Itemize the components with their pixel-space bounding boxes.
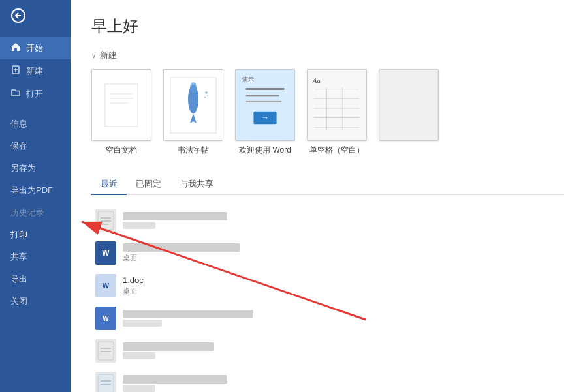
sidebar-item-new-label: 新建 — [26, 65, 43, 77]
tab-pinned[interactable]: 已固定 — [127, 174, 170, 195]
sidebar-item-print-label: 打印 — [10, 229, 27, 241]
file-name-blurred — [123, 212, 227, 220]
svg-rect-33 — [98, 211, 114, 230]
sidebar-item-saveas-label: 另存为 — [10, 162, 36, 174]
file-path-blurred — [123, 352, 155, 359]
blank-thumb — [91, 69, 151, 141]
calli-thumb — [163, 69, 223, 141]
file-name-blurred — [123, 310, 253, 318]
sidebar-item-exportpdf[interactable]: 导出为PDF — [0, 179, 71, 202]
sidebar-item-export[interactable]: 导出 — [0, 268, 71, 290]
file-name: 1.doc — [123, 275, 144, 285]
file-path-blurred — [123, 222, 155, 229]
sidebar-item-new[interactable]: 新建 — [0, 59, 71, 82]
back-button[interactable] — [0, 0, 71, 34]
calli-label: 书法字帖 — [178, 145, 209, 156]
file-name-blurred — [123, 375, 227, 384]
new-section-label: ∨ 新建 — [91, 50, 564, 61]
sidebar-item-history-label: 历史记录 — [10, 207, 44, 219]
template-blank[interactable]: 空白文档 — [91, 69, 151, 156]
open-icon — [10, 87, 21, 100]
single-grid-label: 单空格（空白） — [309, 145, 364, 156]
file-info — [123, 375, 227, 392]
tab-shared[interactable]: 与我共享 — [170, 174, 223, 195]
sidebar: 开始 新建 打开 信息 保存 — [0, 0, 71, 392]
grid-thumb: Aa — [307, 69, 367, 141]
sidebar-item-open[interactable]: 打开 — [0, 82, 71, 105]
file-item[interactable] — [91, 204, 564, 237]
sidebar-item-close-label: 关闭 — [10, 295, 27, 307]
chevron-icon: ∨ — [91, 52, 96, 59]
svg-point-12 — [190, 82, 197, 93]
file-path: 桌面 — [123, 286, 144, 296]
file-path-blurred — [123, 385, 155, 392]
sidebar-item-home[interactable]: 开始 — [0, 37, 71, 59]
svg-point-13 — [205, 91, 208, 94]
svg-text:→: → — [261, 113, 269, 121]
file-path: 桌面 — [123, 253, 240, 263]
file-item[interactable]: W 1.doc 桌面 — [91, 269, 564, 302]
file-list: W 桌面 W 1.doc 桌面 W — [91, 204, 564, 392]
file-icon-generic — [95, 209, 116, 232]
svg-rect-37 — [98, 342, 114, 360]
svg-rect-40 — [98, 374, 114, 392]
file-item[interactable] — [91, 367, 564, 392]
sidebar-item-share-label: 共享 — [10, 251, 27, 263]
sidebar-item-export-label: 导出 — [10, 273, 27, 285]
sidebar-item-share[interactable]: 共享 — [0, 246, 71, 268]
svg-text:Aa: Aa — [312, 76, 321, 84]
sidebar-item-close[interactable]: 关闭 — [0, 290, 71, 312]
sidebar-nav: 开始 新建 打开 信息 保存 — [0, 37, 71, 312]
sidebar-item-info[interactable]: 信息 — [0, 113, 71, 135]
tabs-row: 最近 已固定 与我共享 — [91, 174, 564, 195]
main-content: 早上好 ∨ 新建 空白文档 — [71, 0, 585, 392]
extra-thumb — [379, 69, 439, 141]
file-name-blurred — [123, 342, 214, 351]
file-info: 桌面 — [123, 243, 240, 263]
template-welcome-word[interactable]: → 演示 欢迎使用 Word — [235, 69, 295, 156]
file-info: 1.doc 桌面 — [123, 275, 144, 296]
svg-point-14 — [204, 96, 206, 98]
template-calligraphy[interactable]: 书法字帖 — [163, 69, 223, 156]
welcome-word-label: 欢迎使用 Word — [239, 145, 291, 156]
file-info — [123, 310, 253, 327]
file-name-blurred — [123, 243, 240, 252]
new-file-icon — [10, 65, 21, 77]
file-icon-generic3 — [95, 372, 116, 392]
tab-recent[interactable]: 最近 — [91, 174, 127, 195]
svg-text:演示: 演示 — [242, 76, 254, 83]
sidebar-item-home-label: 开始 — [26, 42, 43, 54]
sidebar-item-open-label: 打开 — [26, 88, 43, 100]
file-icon-blue-doc: W — [95, 307, 116, 330]
sidebar-item-save[interactable]: 保存 — [0, 135, 71, 157]
template-row: 空白文档 书法字帖 — [91, 69, 564, 156]
file-icon-word-light: W — [95, 274, 116, 297]
template-single-grid[interactable]: Aa 单空格（空白） — [307, 69, 367, 156]
sidebar-item-saveas[interactable]: 另存为 — [0, 157, 71, 179]
sidebar-item-exportpdf-label: 导出为PDF — [10, 185, 53, 196]
greeting-text: 早上好 — [91, 16, 564, 37]
svg-point-15 — [207, 95, 208, 96]
sidebar-item-history[interactable]: 历史记录 — [0, 202, 71, 224]
file-icon-word-blue: W — [95, 241, 116, 265]
file-info — [123, 212, 227, 229]
file-item[interactable] — [91, 335, 564, 367]
svg-rect-5 — [105, 84, 138, 127]
word-thumb: → 演示 — [235, 69, 295, 141]
sidebar-item-info-label: 信息 — [10, 118, 27, 130]
sidebar-item-print[interactable]: 打印 — [0, 224, 71, 246]
file-item[interactable]: W — [91, 302, 564, 335]
home-icon — [10, 42, 21, 54]
template-extra[interactable] — [379, 69, 439, 156]
blank-label: 空白文档 — [106, 145, 137, 156]
sidebar-item-save-label: 保存 — [10, 140, 27, 152]
file-icon-generic2 — [95, 339, 116, 363]
file-item[interactable]: W 桌面 — [91, 237, 564, 269]
file-path-blurred — [123, 320, 162, 327]
file-info — [123, 342, 214, 359]
svg-rect-32 — [379, 70, 438, 140]
